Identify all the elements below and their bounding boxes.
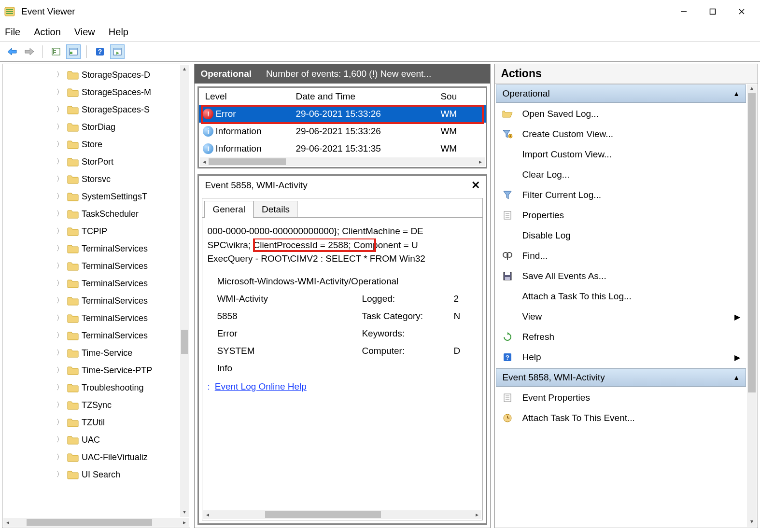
expander-icon[interactable]: 〉	[56, 192, 64, 201]
event-row[interactable]: !Error29-06-2021 15:33:26WM	[199, 105, 486, 123]
expander-icon[interactable]: 〉	[56, 262, 64, 270]
expander-icon[interactable]: 〉	[56, 123, 64, 131]
expander-icon[interactable]: 〉	[56, 401, 64, 409]
expander-icon[interactable]: 〉	[56, 140, 64, 149]
tree-item[interactable]: 〉UAC-FileVirtualiz	[2, 448, 190, 466]
events-horizontal-scrollbar[interactable]: ◂▸	[200, 157, 485, 166]
tree-item[interactable]: 〉UAC	[2, 431, 190, 448]
tree-item[interactable]: 〉TerminalServices	[2, 327, 190, 344]
action-item[interactable]: Disable Log	[495, 225, 746, 246]
folder-icon	[67, 87, 79, 97]
events-list: Level Date and Time Sou !Error29-06-2021…	[197, 86, 487, 168]
actions-section-event[interactable]: Event 5858, WMI-Activity▲	[496, 368, 746, 387]
folder-icon	[67, 244, 79, 253]
tree-item[interactable]: 〉SystemSettingsT	[2, 188, 190, 205]
expander-icon[interactable]: 〉	[56, 175, 64, 183]
expander-icon[interactable]: 〉	[56, 383, 64, 392]
expander-icon[interactable]: 〉	[56, 227, 64, 236]
tree-vertical-scrollbar[interactable]: ▴ ▾	[180, 65, 189, 517]
expander-icon[interactable]: 〉	[56, 279, 64, 288]
tree-item[interactable]: 〉StorPort	[2, 153, 190, 170]
events-columns[interactable]: Level Date and Time Sou	[199, 88, 486, 105]
menu-action[interactable]: Action	[34, 27, 61, 38]
expander-icon[interactable]: 〉	[56, 418, 64, 427]
detail-horizontal-scrollbar[interactable]: ◂▸	[203, 510, 481, 519]
tab-details[interactable]: Details	[253, 201, 298, 218]
maximize-button[interactable]	[698, 2, 727, 21]
tree-item-label: TZSync	[82, 400, 112, 410]
action-item[interactable]: Open Saved Log...	[495, 104, 746, 124]
tree-horizontal-scrollbar[interactable]: ◂ ▸	[3, 518, 189, 527]
tree-item[interactable]: 〉TaskScheduler	[2, 205, 190, 223]
expander-icon[interactable]: 〉	[56, 435, 64, 444]
tree-item[interactable]: 〉StorDiag	[2, 118, 190, 136]
expander-icon[interactable]: 〉	[56, 296, 64, 305]
tree-item[interactable]: 〉TZUtil	[2, 414, 190, 431]
column-level[interactable]: Level	[199, 91, 296, 102]
close-button[interactable]	[727, 2, 756, 21]
expander-icon[interactable]: 〉	[56, 157, 64, 166]
detail-close-button[interactable]: ✕	[471, 179, 480, 192]
event-row[interactable]: iInformation29-06-2021 15:31:35WM	[199, 140, 486, 157]
tree-item[interactable]: 〉Time-Service-PTP	[2, 362, 190, 379]
tree-item[interactable]: 〉TerminalServices	[2, 257, 190, 275]
tree-item[interactable]: 〉TZSync	[2, 396, 190, 414]
expander-icon[interactable]: 〉	[56, 349, 64, 357]
action-item[interactable]: Attach a Task To this Log...	[495, 286, 746, 307]
action-item[interactable]: Import Custom View...	[495, 144, 746, 165]
tree-item[interactable]: 〉StorageSpaces-S	[2, 101, 190, 118]
column-source[interactable]: Sou	[440, 91, 486, 102]
show-tree-button[interactable]	[49, 44, 63, 59]
tab-general[interactable]: General	[204, 201, 253, 218]
expander-icon[interactable]: 〉	[56, 453, 64, 462]
action-item[interactable]: Event Properties	[495, 388, 746, 408]
action-item[interactable]: Save All Events As...	[495, 266, 746, 286]
tree-item[interactable]: 〉Storsvc	[2, 170, 190, 188]
back-button[interactable]	[5, 44, 19, 59]
expander-icon[interactable]: 〉	[56, 366, 64, 375]
action-item[interactable]: ?Help▶	[495, 347, 746, 367]
actions-vertical-scrollbar[interactable]: ▴ ▾	[747, 84, 757, 527]
tree-item[interactable]: 〉Store	[2, 136, 190, 153]
expander-icon[interactable]: 〉	[56, 244, 64, 253]
tree-item[interactable]: 〉TerminalServices	[2, 292, 190, 309]
column-date[interactable]: Date and Time	[296, 91, 440, 102]
forward-button[interactable]	[22, 44, 37, 59]
action-item[interactable]: Refresh	[495, 327, 746, 347]
preview-pane-button[interactable]	[110, 44, 125, 59]
expander-icon[interactable]: 〉	[56, 105, 64, 114]
action-item[interactable]: Find...	[495, 246, 746, 266]
expander-icon[interactable]: 〉	[56, 331, 64, 340]
expander-icon[interactable]: 〉	[56, 210, 64, 218]
tree-item[interactable]: 〉StorageSpaces-M	[2, 84, 190, 101]
menu-file[interactable]: File	[5, 27, 20, 38]
tree-item[interactable]: 〉TerminalServices	[2, 309, 190, 327]
action-item[interactable]: Create Custom View...	[495, 124, 746, 144]
action-label: Find...	[522, 251, 548, 261]
action-item[interactable]: Attach Task To This Event...	[495, 408, 746, 428]
action-item[interactable]: View▶	[495, 307, 746, 327]
action-item[interactable]: Clear Log...	[495, 165, 746, 185]
actions-section-operational[interactable]: Operational▲	[496, 84, 746, 103]
expander-icon[interactable]: 〉	[56, 70, 64, 79]
tree-item[interactable]: 〉TCPIP	[2, 223, 190, 240]
expander-icon[interactable]: 〉	[56, 470, 64, 479]
menu-help[interactable]: Help	[109, 27, 128, 38]
expander-icon[interactable]: 〉	[56, 88, 64, 97]
event-log-online-help-link[interactable]: Event Log Online Help	[215, 381, 307, 392]
minimize-button[interactable]	[669, 2, 698, 21]
svg-text:?: ?	[506, 354, 509, 361]
tree-item[interactable]: 〉Troubleshooting	[2, 379, 190, 396]
help-button[interactable]: ?	[93, 44, 107, 59]
event-row[interactable]: iInformation29-06-2021 15:33:26WM	[199, 123, 486, 140]
tree-item[interactable]: 〉TerminalServices	[2, 240, 190, 257]
action-item[interactable]: Filter Current Log...	[495, 185, 746, 205]
menu-view[interactable]: View	[74, 27, 95, 38]
tree-item[interactable]: 〉TerminalServices	[2, 275, 190, 292]
tree-item[interactable]: 〉StorageSpaces-D	[2, 66, 190, 84]
tree-item[interactable]: 〉UI Search	[2, 466, 190, 483]
expander-icon[interactable]: 〉	[56, 314, 64, 322]
tree-item[interactable]: 〉Time-Service	[2, 344, 190, 362]
action-item[interactable]: Properties	[495, 205, 746, 225]
show-action-pane-button[interactable]	[66, 44, 81, 59]
